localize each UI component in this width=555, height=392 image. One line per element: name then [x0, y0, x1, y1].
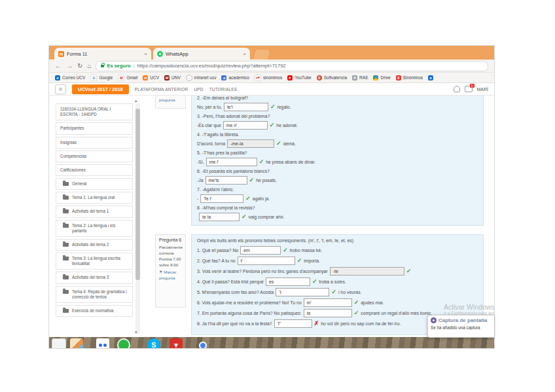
correct-icon: ✓	[312, 279, 317, 285]
sidebar-item-exercicis[interactable]: Exercicis de normativa	[56, 305, 133, 317]
moodle-favicon-icon: m	[58, 51, 64, 57]
scrollbar-thumb[interactable]	[135, 109, 140, 280]
forward-icon[interactable]: →	[66, 63, 73, 69]
sidebar-item-insignias[interactable]: Insignias	[56, 137, 133, 149]
answer-input[interactable]: me'ls	[206, 176, 247, 185]
skype-icon[interactable]: S	[147, 338, 160, 348]
sidebar-item-label: Tema 3: La llengua escrita: textualitat	[72, 256, 128, 266]
screen: m Forma 11 × WhatsApp × ← → ↻ ⌂ Es segur…	[49, 46, 494, 348]
bookmark-gmail[interactable]: Gmail	[118, 75, 137, 81]
flickr-icon[interactable]	[96, 338, 109, 348]
messages-icon[interactable]: 1	[465, 86, 473, 92]
bookmark-intranet[interactable]: intranet ucv	[186, 75, 217, 81]
bookmark-drive[interactable]: Drive	[373, 75, 390, 80]
google-icon	[90, 75, 97, 81]
answer-input[interactable]: me l'	[206, 158, 257, 166]
answer-input[interactable]: m'	[304, 298, 352, 307]
bookmark-partial[interactable]	[428, 75, 433, 80]
question-text: 5. -T'has pres la pastilla?	[197, 151, 247, 155]
answer-input[interactable]: te la	[199, 213, 240, 221]
screenshot-notification[interactable]: Captura de pantalla Se ha añadido una ca…	[427, 315, 494, 338]
sidebar-item-activitats-1[interactable]: Activitats del tema 1	[56, 205, 133, 217]
sidebar-item-tema-3[interactable]: Tema 3: La llengua escrita: textualitat	[56, 253, 133, 270]
user-name[interactable]: MARÍ	[477, 87, 489, 92]
bookmark-label: Google	[99, 75, 113, 80]
answer-input[interactable]: me n'	[223, 121, 268, 130]
sidebar-item-participantes[interactable]: Participantes	[56, 122, 133, 134]
question-intro: Ompli els buits amb els pronoms febles c…	[197, 238, 353, 243]
flag-question-link[interactable]: pregunta	[159, 98, 175, 102]
answer-input[interactable]: es	[266, 277, 310, 286]
sidebar-item-general[interactable]: General	[56, 178, 133, 190]
url-field[interactable]: Es seguro | https://campusdocencia.ucv.e…	[96, 61, 488, 71]
bookmark-sinonimos-2[interactable]: Sinónimos	[396, 75, 423, 80]
bookmark-ucv[interactable]: UCV	[143, 75, 159, 80]
notifications-icon[interactable]	[454, 86, 460, 92]
adobe-icon[interactable]: ▼	[170, 338, 183, 348]
edge-icon	[428, 75, 433, 80]
sidebar-scrollbar[interactable]	[135, 103, 140, 334]
badge-count: 1	[470, 84, 474, 88]
answer-input[interactable]: -me-la	[227, 139, 274, 148]
tab-close-icon[interactable]: ×	[243, 51, 246, 57]
menu-toggle-button[interactable]: ≡	[55, 84, 66, 94]
home-icon[interactable]: ⌂	[87, 63, 91, 69]
answer-input[interactable]: -te	[330, 267, 404, 276]
photos-icon[interactable]	[70, 338, 83, 348]
correct-icon: ✓	[331, 289, 336, 295]
bookmark-rae[interactable]: RAE	[352, 75, 368, 80]
answer-post: he presa abans de dinar.	[266, 160, 315, 164]
file-explorer-icon[interactable]	[52, 338, 66, 348]
bookmark-sinonimos-1[interactable]: sinónimos	[255, 75, 282, 81]
sidebar-item-activitats-3[interactable]: Activitats del tema 3	[56, 272, 133, 283]
answer-input[interactable]: Te l'	[200, 194, 243, 203]
answer-input[interactable]: t'	[238, 257, 295, 265]
nav-tutoriales[interactable]: TUTORIALES	[209, 87, 238, 92]
sidebar-item-calificaciones[interactable]: Calificaciones	[56, 164, 133, 176]
tab-moodle[interactable]: m Forma 11 ×	[54, 48, 151, 60]
answer-input[interactable]: T'	[274, 319, 312, 328]
folder-icon	[63, 309, 69, 313]
sidebar-item-tema-4[interactable]: Tema 4: Repàs de gramàtica i correcció d…	[56, 286, 133, 303]
new-tab-button[interactable]	[253, 50, 271, 60]
question5-info-box: pregunta	[155, 96, 186, 109]
tab-title: WhatsApp	[166, 51, 240, 57]
question-grade: Puntúa 7,00 sobre 8,00	[159, 257, 182, 268]
screenshot-canvas: m Forma 11 × WhatsApp × ← → ↻ ⌂ Es segur…	[0, 0, 555, 392]
sidebar-item-label: Competencias	[60, 154, 86, 159]
reload-icon[interactable]: ↻	[77, 63, 82, 69]
answer-post: compraré un regal d'allò més bonic.	[361, 311, 432, 315]
tab-close-icon[interactable]: ×	[144, 51, 147, 57]
answer-input[interactable]: te	[304, 309, 352, 317]
answer-input[interactable]: te'l	[224, 103, 268, 111]
nav-plataforma-anterior[interactable]: PLATAFORMA ANTERIOR	[135, 87, 188, 92]
sidebar-item-competencias[interactable]: Competencias	[56, 151, 133, 162]
question6-info-box: Pregunta 6 Parcialmente correcta Puntúa …	[155, 234, 186, 308]
flag-question-link[interactable]: ⚑ Marcar pregunta	[159, 270, 182, 281]
bookmark-youtube[interactable]: YouTube	[287, 75, 312, 80]
sidebar-item-tema-2[interactable]: Tema 2: La llengua i els parlants	[56, 220, 133, 237]
ucvnet-brand-button[interactable]: UCVnet 2017 / 2018	[72, 84, 129, 94]
sidebar-item-tema-1[interactable]: Tema 1: La llengua oral	[56, 192, 133, 204]
scroll-up-icon[interactable]: ▴	[135, 98, 137, 103]
correct-icon: ✓	[259, 159, 264, 165]
correct-icon: ✓	[270, 104, 276, 110]
sidebar-item-activitats-2[interactable]: Activitats del tema 2	[56, 239, 133, 251]
correct-icon: ✓	[242, 214, 247, 220]
bookmark-academico[interactable]: academico	[221, 75, 249, 80]
answer-input[interactable]: 't	[276, 288, 329, 296]
bookmark-correo-ucv[interactable]: Correo UCV	[55, 75, 85, 80]
whatsapp-icon[interactable]	[117, 338, 130, 348]
answer-input[interactable]: em	[240, 246, 281, 255]
back-icon[interactable]: ←	[55, 63, 62, 69]
bookmark-softvalencia[interactable]: Softvalencia	[317, 75, 347, 80]
sidebar-item-course[interactable]: 1160104-LLENGUA ORAL I ESCRITA - 144DPD	[56, 103, 133, 120]
bookmark-unv[interactable]: UNV	[164, 75, 181, 80]
header-right: 1 MARÍ	[454, 86, 489, 92]
scroll-down-icon[interactable]: ▾	[135, 330, 137, 334]
tab-whatsapp[interactable]: WhatsApp ×	[153, 48, 250, 60]
bookmark-google[interactable]: Google	[90, 75, 113, 81]
folder-icon	[63, 209, 69, 213]
question-state: Parcialmente correcta	[159, 245, 182, 257]
nav-upd[interactable]: UPD	[194, 87, 203, 92]
